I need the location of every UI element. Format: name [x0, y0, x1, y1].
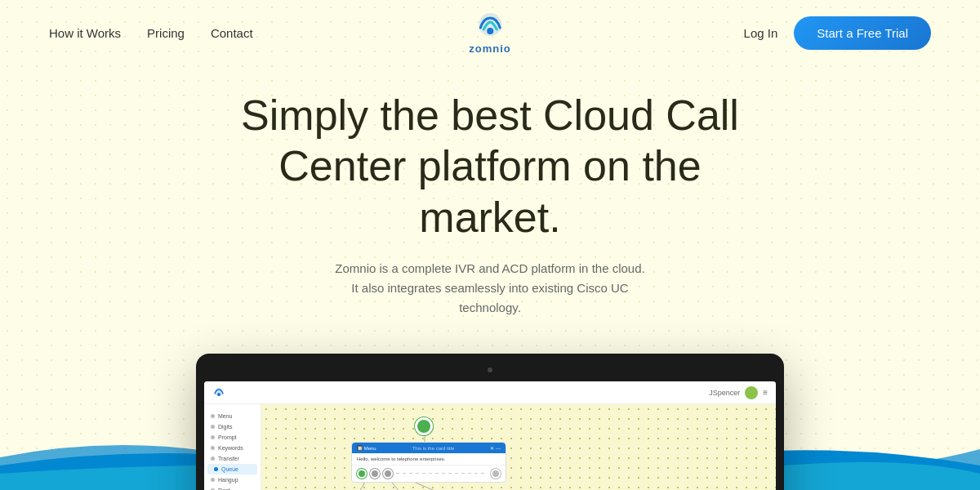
sidebar-label: Menu [218, 413, 233, 419]
sidebar-transfer[interactable]: Transfer [204, 453, 261, 464]
sidebar-label: Queue [221, 466, 238, 472]
app-sidebar: Menu Digits Prompt Keywords [204, 404, 261, 490]
laptop: JSpencer ≡ Menu D [196, 354, 784, 490]
navigation: How it Works Pricing Contact zomnio Log … [0, 0, 980, 65]
svg-point-1 [487, 28, 493, 34]
logo[interactable]: zomnio [469, 11, 511, 55]
app-body: Menu Digits Prompt Keywords [204, 404, 776, 490]
sidebar-rest[interactable]: Rest [204, 485, 261, 490]
app-canvas[interactable]: 🔲 Menu This is the card title ✕ ⋯ Hello,… [261, 404, 776, 490]
flow-node-start[interactable] [415, 417, 433, 435]
sidebar-label: Transfer [218, 456, 239, 461]
flow-node-menu-title: 🔲 Menu [357, 445, 376, 451]
sidebar-label: Digits [218, 424, 233, 430]
sidebar-dot [211, 446, 215, 450]
port-3[interactable] [383, 469, 393, 479]
sidebar-dot [211, 425, 215, 429]
flow-node-menu-header: 🔲 Menu This is the card title ✕ ⋯ [352, 443, 506, 453]
laptop-screen: JSpencer ≡ Menu D [204, 381, 776, 490]
sidebar-queue[interactable]: Queue [207, 464, 257, 474]
camera-bar [204, 362, 776, 378]
sidebar-dot [211, 457, 215, 461]
sidebar-label: Keywords [218, 445, 243, 451]
menu-icon: ≡ [763, 388, 768, 397]
app-username: JSpencer [709, 389, 740, 397]
sidebar-dot [211, 435, 215, 439]
logo-icon [472, 11, 508, 41]
sidebar-hangup[interactable]: Hangup [204, 474, 261, 485]
flow-lines [261, 404, 776, 490]
hero-title: Simply the best Cloud Call Center platfo… [204, 90, 776, 243]
hero-subtitle: Zomnio is a complete IVR and ACD platfor… [335, 259, 645, 318]
sidebar-prompt[interactable]: Prompt [204, 432, 261, 443]
sidebar-label: Prompt [218, 434, 237, 440]
app-topbar: JSpencer ≡ [204, 381, 776, 404]
sidebar-keywords[interactable]: Keywords [204, 443, 261, 453]
user-avatar [745, 386, 758, 399]
login-link[interactable]: Log In [744, 26, 778, 40]
camera-dot [488, 368, 492, 372]
nav-pricing[interactable]: Pricing [147, 26, 185, 40]
app-logo-icon [212, 387, 225, 399]
flow-node-menu[interactable]: 🔲 Menu This is the card title ✕ ⋯ Hello,… [351, 442, 506, 483]
sidebar-dot [211, 414, 215, 418]
nav-left: How it Works Pricing Contact [49, 26, 253, 40]
laptop-mockup: JSpencer ≡ Menu D [0, 354, 980, 490]
flow-node-menu-subtitle: This is the card title [412, 446, 455, 451]
sidebar-label: Hangup [218, 477, 238, 483]
logo-text: zomnio [469, 42, 511, 55]
nav-contact[interactable]: Contact [211, 26, 253, 40]
flow-node-close-icon[interactable]: ✕ ⋯ [490, 445, 501, 451]
port-1[interactable] [357, 469, 367, 479]
sidebar-dot [211, 478, 215, 482]
nav-right: Log In Start a Free Trial [744, 16, 931, 50]
hero-section: Simply the best Cloud Call Center platfo… [0, 65, 980, 334]
laptop-outer: JSpencer ≡ Menu D [196, 354, 784, 490]
flow-node-ports [352, 466, 506, 482]
nav-how-it-works[interactable]: How it Works [49, 26, 121, 40]
cta-button[interactable]: Start a Free Trial [794, 16, 931, 50]
flow-node-menu-body: Hello, welcome to telephone enterprises. [352, 453, 506, 466]
sidebar-dot-active [214, 467, 218, 471]
app-topbar-right: JSpencer ≡ [709, 386, 768, 399]
sidebar-digits[interactable]: Digits [204, 421, 261, 432]
svg-point-3 [217, 393, 220, 396]
sidebar-menu[interactable]: Menu [204, 411, 261, 421]
port-2[interactable] [370, 469, 380, 479]
port-last[interactable] [491, 469, 501, 479]
